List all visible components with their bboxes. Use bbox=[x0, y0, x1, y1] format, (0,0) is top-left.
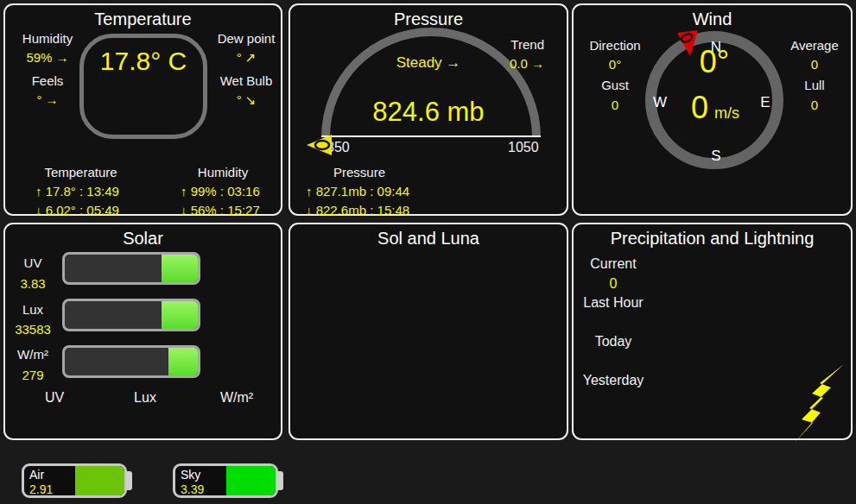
humidity-value: 59% → bbox=[10, 50, 85, 65]
axis-lux-label: Lux bbox=[123, 390, 168, 406]
pressure-gauge-baseline bbox=[321, 135, 541, 137]
average-value: 0 bbox=[778, 57, 851, 72]
wm2-value: 279 bbox=[10, 368, 55, 382]
temperature-current-value: 17.8° C bbox=[84, 47, 203, 76]
pressure-high: ↑ 827.1mb : 09:44 bbox=[306, 184, 409, 198]
wind-speed-unit: m/s bbox=[714, 104, 739, 123]
wind-direction-center-value: 0° bbox=[688, 44, 740, 80]
feels-value: ° → bbox=[10, 92, 85, 107]
pressure-marker-icon bbox=[306, 134, 332, 156]
sky-battery-terminal bbox=[277, 471, 283, 490]
sky-battery-value: 3.39 bbox=[181, 482, 204, 496]
wm2-label: W/m² bbox=[10, 347, 55, 362]
temperature-panel: Temperature Humidity 59% → Feels ° → Dew… bbox=[3, 3, 282, 216]
air-battery-terminal bbox=[126, 471, 132, 490]
direction-label: Direction bbox=[579, 38, 651, 53]
wet-bulb-value: ° ↘ bbox=[211, 92, 282, 108]
solar-panel: Solar UV 3.83 Lux 33583 W/m² 279 UV Lux … bbox=[3, 223, 282, 440]
precip-today-label: Today bbox=[580, 334, 646, 350]
lux-value: 33583 bbox=[7, 322, 59, 337]
humidity-high: ↑ 99% : 03:16 bbox=[181, 184, 260, 198]
wind-panel: Wind N S W E 0° 0 m/s Direction 0° Gust … bbox=[572, 3, 853, 216]
sol-luna-panel: Sol and Luna bbox=[289, 223, 568, 440]
pressure-low: ↓ 822.6mb : 15:48 bbox=[306, 203, 409, 217]
trend-label: Trend bbox=[492, 37, 544, 52]
sky-battery-fill bbox=[226, 466, 276, 495]
air-battery-value: 2.91 bbox=[29, 482, 53, 496]
wet-bulb-label: Wet Bulb bbox=[211, 73, 282, 88]
lux-gauge bbox=[62, 299, 200, 331]
solar-panel-title: Solar bbox=[5, 229, 281, 249]
pressure-marker-triangle bbox=[307, 135, 332, 155]
dew-point-value: ° ↗ bbox=[211, 50, 282, 66]
precip-current-value: 0 bbox=[580, 276, 646, 292]
precip-current-label: Current bbox=[580, 256, 646, 272]
precip-yesterday-label: Yesterday bbox=[580, 373, 646, 388]
axis-uv-label: UV bbox=[32, 390, 77, 406]
trend-value: 0.0 → bbox=[492, 56, 544, 71]
pressure-stats-title: Pressure bbox=[325, 165, 394, 180]
pressure-panel: Pressure Steady → Trend 0.0 → 824.6 mb 8… bbox=[289, 3, 568, 216]
pressure-panel-title: Pressure bbox=[290, 9, 567, 29]
air-battery: Air 2.91 bbox=[22, 463, 127, 498]
compass-east-label: E bbox=[755, 94, 776, 111]
air-battery-fill bbox=[75, 466, 124, 495]
lightning-bolt-shape bbox=[794, 364, 844, 444]
sky-battery: Sky 3.39 bbox=[173, 463, 278, 498]
temperature-high: ↑ 17.8° : 13:49 bbox=[35, 184, 119, 198]
average-label: Average bbox=[778, 38, 851, 53]
compass-south-label: S bbox=[706, 148, 726, 165]
temperature-stats-title: Temperature bbox=[31, 165, 130, 180]
gust-value: 0 bbox=[579, 98, 651, 112]
lux-label: Lux bbox=[10, 302, 55, 317]
lightning-bolt-icon bbox=[794, 364, 847, 444]
dew-point-label: Dew point bbox=[211, 31, 282, 46]
pressure-current-value: 824.6 mb bbox=[290, 97, 567, 128]
axis-wm2-label: W/m² bbox=[212, 390, 261, 406]
uv-gauge bbox=[62, 252, 200, 285]
precip-last-hour-label: Last Hour bbox=[580, 295, 646, 311]
pressure-scale-max: 1050 bbox=[508, 140, 539, 155]
temperature-low: ↓ 6.02° : 05:49 bbox=[35, 203, 119, 217]
lux-gauge-fill bbox=[162, 301, 198, 329]
humidity-label: Humidity bbox=[10, 31, 85, 46]
uv-value: 3.83 bbox=[10, 276, 55, 291]
wm2-gauge-fill bbox=[168, 348, 198, 375]
lull-value: 0 bbox=[778, 98, 851, 112]
wind-speed-value: 0 bbox=[691, 90, 708, 126]
uv-label: UV bbox=[10, 255, 55, 270]
direction-value: 0° bbox=[579, 57, 651, 72]
wind-panel-title: Wind bbox=[574, 9, 851, 29]
lull-label: Lull bbox=[778, 78, 851, 92]
wind-speed-readout: 0 m/s bbox=[691, 90, 739, 126]
wm2-gauge bbox=[62, 345, 200, 378]
feels-label: Feels bbox=[10, 73, 85, 88]
uv-gauge-fill bbox=[162, 255, 198, 282]
compass-west-label: W bbox=[650, 94, 670, 111]
sol-luna-panel-title: Sol and Luna bbox=[290, 229, 567, 249]
humidity-stats-title: Humidity bbox=[175, 165, 270, 180]
precipitation-panel-title: Precipitation and Lightning bbox=[574, 229, 851, 249]
thermometer-gauge: 17.8° C bbox=[79, 34, 207, 139]
sky-battery-name: Sky bbox=[181, 468, 200, 482]
humidity-low: ↓ 56% : 15:27 bbox=[181, 203, 260, 217]
air-battery-name: Air bbox=[29, 468, 44, 482]
temperature-panel-title: Temperature bbox=[5, 9, 281, 29]
precipitation-panel: Precipitation and Lightning Current 0 La… bbox=[572, 223, 853, 440]
gust-label: Gust bbox=[579, 78, 651, 92]
